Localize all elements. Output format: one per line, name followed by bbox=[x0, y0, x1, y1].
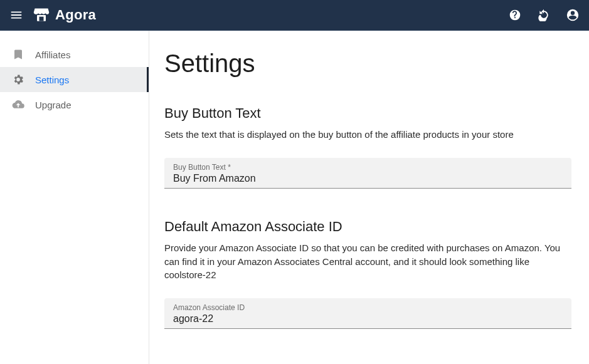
section-description: Sets the text that is displayed on the b… bbox=[164, 128, 571, 142]
account-icon[interactable] bbox=[565, 8, 580, 23]
associate-id-input[interactable] bbox=[173, 313, 563, 325]
topbar: Agora bbox=[0, 0, 589, 31]
brand-name: Agora bbox=[55, 7, 96, 23]
cloud-upload-icon bbox=[11, 98, 25, 112]
brand-logo[interactable]: Agora bbox=[33, 6, 96, 24]
section-heading: Buy Button Text bbox=[164, 105, 571, 122]
section-associate-id: Default Amazon Associate ID Provide your… bbox=[164, 219, 571, 329]
main-content: Settings Buy Button Text Sets the text t… bbox=[149, 31, 589, 364]
associate-id-field[interactable]: Amazon Associate ID bbox=[164, 298, 571, 329]
field-label: Amazon Associate ID bbox=[173, 303, 563, 312]
store-icon bbox=[33, 6, 50, 24]
refresh-icon[interactable] bbox=[536, 8, 551, 23]
svg-rect-1 bbox=[40, 17, 44, 21]
bookmark-icon bbox=[11, 48, 25, 61]
section-buy-button-text: Buy Button Text Sets the text that is di… bbox=[164, 105, 571, 189]
buy-button-text-field[interactable]: Buy Button Text * bbox=[164, 158, 571, 189]
sidebar-item-affiliates[interactable]: Affiliates bbox=[0, 42, 149, 67]
hamburger-menu-icon[interactable] bbox=[9, 8, 24, 23]
sidebar-item-label: Affiliates bbox=[35, 49, 70, 60]
page-title: Settings bbox=[164, 49, 571, 78]
sidebar-item-label: Upgrade bbox=[35, 100, 72, 110]
sidebar: Affiliates Settings Upgrade bbox=[0, 31, 149, 364]
sidebar-item-settings[interactable]: Settings bbox=[0, 67, 149, 92]
sidebar-item-upgrade[interactable]: Upgrade bbox=[0, 92, 149, 117]
help-icon[interactable] bbox=[507, 8, 523, 23]
field-label: Buy Button Text * bbox=[173, 163, 563, 172]
gear-icon bbox=[11, 73, 25, 86]
sidebar-item-label: Settings bbox=[35, 75, 69, 85]
buy-button-text-input[interactable] bbox=[173, 173, 563, 184]
section-description: Provide your Amazon Associate ID so that… bbox=[164, 241, 571, 282]
section-heading: Default Amazon Associate ID bbox=[164, 219, 571, 235]
